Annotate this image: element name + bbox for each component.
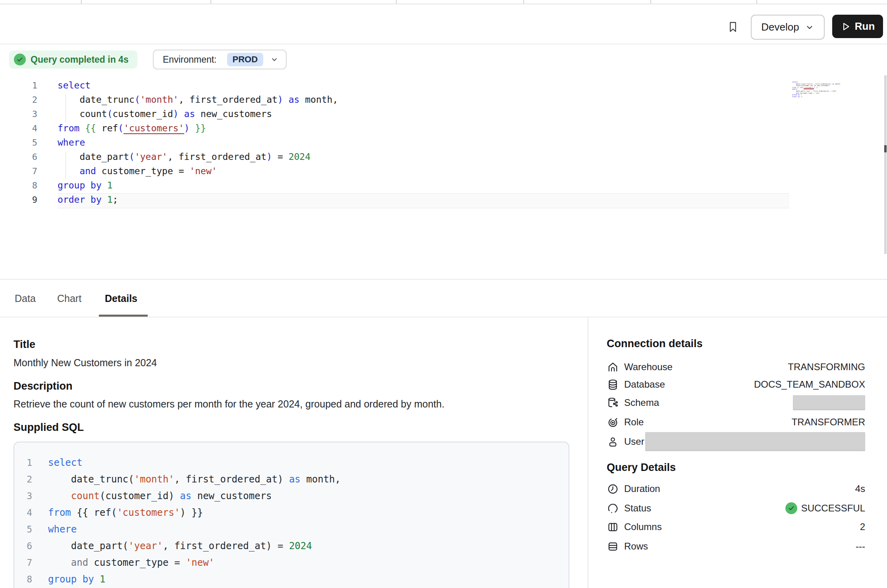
warehouse-value: TRANSFORMING bbox=[788, 361, 865, 373]
check-circle-icon bbox=[785, 502, 797, 514]
connection-details-heading: Connection details bbox=[607, 338, 703, 350]
columns-label: Columns bbox=[624, 521, 662, 532]
schema-row: Schema bbox=[607, 395, 865, 411]
line-number: 9 bbox=[0, 195, 37, 205]
warehouse-row: Warehouse TRANSFORMING bbox=[607, 359, 865, 375]
duration-value: 4s bbox=[855, 483, 865, 494]
query-details-heading: Query Details bbox=[607, 461, 676, 474]
run-button-label: Run bbox=[855, 20, 875, 33]
tab-divider bbox=[650, 0, 651, 4]
environment-dropdown[interactable]: Environment: PROD bbox=[153, 50, 287, 69]
active-tab-underline bbox=[99, 315, 148, 317]
role-icon bbox=[607, 416, 619, 429]
line-number: 3 bbox=[14, 491, 32, 501]
tab-chart[interactable]: Chart bbox=[57, 292, 81, 304]
success-badge: SUCCESSFUL bbox=[785, 502, 865, 514]
code-line: 1select bbox=[0, 79, 884, 94]
chevron-down-icon bbox=[805, 23, 814, 32]
bookmark-icon bbox=[727, 19, 739, 35]
details-right-panel: Connection details Warehouse TRANSFORMIN… bbox=[588, 318, 887, 588]
user-label: User bbox=[624, 436, 644, 447]
line-number: 2 bbox=[14, 474, 32, 484]
database-icon bbox=[607, 379, 619, 391]
bookmark-button[interactable] bbox=[724, 17, 742, 37]
rows-label: Rows bbox=[624, 541, 648, 552]
code-line: 3 count(customer_id) as new_customers bbox=[0, 108, 884, 122]
title-value: Monthly New Customers in 2024 bbox=[13, 357, 157, 369]
line-number: 5 bbox=[14, 524, 32, 534]
develop-button-label: Develop bbox=[761, 21, 799, 33]
code-line: 6 date_part('year', first_ordered_at) = … bbox=[14, 539, 569, 555]
code-line: 7 and customer_type = 'new' bbox=[14, 555, 569, 572]
role-row: Role TRANSFORMER bbox=[607, 414, 865, 430]
editor-minimap[interactable]: select date_trunc('month', first_ordered… bbox=[792, 80, 842, 96]
play-icon bbox=[841, 21, 851, 32]
toolbar: Develop Run bbox=[0, 4, 887, 44]
code-line: 4from {{ ref('customers') }} bbox=[14, 505, 569, 522]
line-number: 4 bbox=[0, 123, 37, 133]
duration-row: Duration 4s bbox=[607, 481, 865, 497]
code-line: 8group by 1 bbox=[14, 572, 569, 588]
database-label: Database bbox=[624, 379, 665, 390]
result-tabs: Data Chart Details bbox=[0, 279, 887, 317]
database-row: Database DOCS_TEAM_SANDBOX bbox=[607, 377, 865, 392]
code-line: 5where bbox=[0, 136, 884, 151]
role-label: Role bbox=[624, 417, 644, 428]
schema-icon bbox=[607, 397, 619, 409]
sql-editor[interactable]: 1select2 date_trunc('month', first_order… bbox=[0, 79, 884, 279]
code-line: order by 1; bbox=[792, 94, 842, 96]
description-heading: Description bbox=[13, 380, 73, 392]
line-number: 8 bbox=[0, 181, 37, 190]
editor-scrollbar-thumb[interactable] bbox=[884, 145, 887, 152]
duration-label: Duration bbox=[624, 483, 660, 494]
code-line: 8group by 1 bbox=[0, 179, 884, 194]
columns-icon bbox=[607, 521, 619, 533]
status-row: Status SUCCESSFUL bbox=[607, 500, 865, 516]
tab-data[interactable]: Data bbox=[15, 292, 36, 304]
redacted-schema-value bbox=[793, 395, 865, 410]
code-line: 4from {{ ref('customers') }} bbox=[0, 122, 884, 136]
code-line: 7 and customer_type = 'new' bbox=[0, 165, 884, 179]
develop-button[interactable]: Develop bbox=[751, 15, 825, 40]
query-status-text: Query completed in 4s bbox=[31, 54, 129, 65]
environment-label: Environment: bbox=[163, 54, 217, 65]
tab-details[interactable]: Details bbox=[105, 292, 137, 304]
line-number: 1 bbox=[0, 81, 37, 90]
line-number: 5 bbox=[0, 138, 37, 148]
top-tab-strip bbox=[0, 0, 887, 4]
line-number: 3 bbox=[0, 109, 37, 119]
editor-scrollbar-track[interactable] bbox=[884, 75, 887, 254]
run-button[interactable]: Run bbox=[832, 15, 883, 38]
tab-divider bbox=[81, 0, 82, 4]
tab-divider bbox=[396, 0, 397, 4]
line-number: 1 bbox=[14, 457, 32, 468]
tab-divider bbox=[523, 0, 524, 4]
role-value: TRANSFORMER bbox=[792, 417, 865, 428]
query-status-pill: Query completed in 4s bbox=[9, 50, 137, 69]
columns-value: 2 bbox=[860, 521, 865, 532]
line-number: 8 bbox=[14, 574, 32, 584]
status-value: SUCCESSFUL bbox=[801, 503, 865, 514]
indent-guide bbox=[66, 152, 66, 179]
user-icon bbox=[607, 436, 619, 448]
line-number: 2 bbox=[0, 95, 37, 105]
check-circle-icon bbox=[14, 54, 26, 65]
status-icon bbox=[607, 502, 619, 515]
environment-value-pill: PROD bbox=[227, 53, 264, 66]
rows-value: --- bbox=[856, 541, 865, 552]
line-number: 6 bbox=[14, 541, 32, 551]
description-value: Retrieve the count of new customers per … bbox=[13, 398, 444, 410]
user-row: User bbox=[607, 431, 865, 452]
supplied-sql-heading: Supplied SQL bbox=[13, 421, 84, 434]
tab-divider bbox=[210, 0, 211, 4]
rows-row: Rows --- bbox=[607, 538, 865, 554]
code-line: 5where bbox=[14, 522, 569, 539]
warehouse-label: Warehouse bbox=[624, 361, 673, 373]
columns-row: Columns 2 bbox=[607, 519, 865, 535]
line-number: 7 bbox=[0, 166, 37, 176]
supplied-sql-card: 1select2 date_trunc('month', first_order… bbox=[13, 442, 569, 588]
app-root: { "toolbar": { "develop_label": "Develop… bbox=[0, 0, 887, 588]
redacted-user-value bbox=[645, 432, 865, 451]
warehouse-icon bbox=[607, 361, 619, 373]
code-line: 2 date_trunc('month', first_ordered_at) … bbox=[14, 472, 569, 489]
